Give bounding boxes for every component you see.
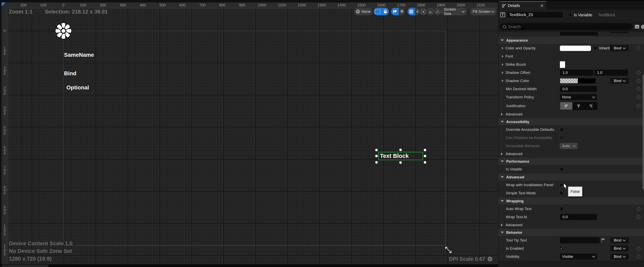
override-accessible-defaults-checkbox[interactable] (560, 128, 564, 131)
fill-screen-dropdown[interactable]: Fill Screen (470, 8, 497, 15)
dpi-settings-gear-icon[interactable] (487, 256, 493, 262)
row-min-desired-width: Min Desired Width 0.0 (498, 85, 644, 93)
widget-name-row: T Is Variable TextBlock (498, 10, 644, 22)
tab-details[interactable]: Details ✕ (499, 1, 546, 10)
display-columns-icon[interactable] (635, 25, 640, 29)
selection-handle-nw[interactable] (375, 149, 378, 151)
wrap-text-at-field[interactable]: 0.0 (560, 214, 597, 220)
animations-tab-sliver[interactable] (2, 264, 48, 267)
expand-arrow-icon[interactable] (502, 47, 504, 49)
accessible-behavior-dropdown[interactable]: Auto (560, 143, 578, 149)
ruler-tick-label: 1600 (377, 3, 386, 7)
chevron-down-icon (491, 10, 494, 13)
section-label: Appearance (506, 38, 528, 43)
align-left-icon (564, 104, 569, 108)
selection-handle-w[interactable] (375, 155, 378, 157)
ruler-tick-label: 800 (219, 3, 226, 7)
ruler-tick-label: 1900 (437, 3, 445, 7)
selected-text-block-widget[interactable]: Text Block (378, 152, 423, 160)
section-performance[interactable]: Performance (498, 158, 644, 165)
text-widget-optional[interactable]: Optional (66, 84, 89, 91)
expand-arrow-icon[interactable] (502, 72, 504, 74)
is-enabled-checkbox[interactable] (560, 247, 564, 250)
search-box[interactable] (500, 23, 632, 30)
selection-handle-s[interactable] (399, 161, 402, 164)
selection-handle-sw[interactable] (375, 161, 378, 164)
tool-tip-text-field[interactable] (560, 237, 600, 243)
localize-flag-icon[interactable] (601, 238, 605, 242)
localization-value: None (362, 9, 370, 14)
collapse-arrow-icon (501, 176, 504, 178)
section-wrapping[interactable]: Wrapping (498, 197, 644, 205)
bind-dropdown[interactable]: Bind (610, 45, 629, 51)
section-advanced[interactable]: Advanced (498, 173, 644, 181)
text-widget-bind[interactable]: Bind (64, 70, 76, 77)
justify-center-button[interactable] (572, 102, 585, 110)
ruler-tick-label: 100 (40, 3, 46, 7)
section-accessibility[interactable]: Accessibility (498, 118, 644, 126)
bind-dropdown[interactable]: Bind (610, 237, 629, 243)
ruler-tick-label: 600 (179, 3, 186, 7)
bind-dropdown[interactable]: Bind (610, 78, 629, 84)
section-appearance[interactable]: Appearance (498, 37, 644, 44)
auto-wrap-text-checkbox[interactable] (560, 207, 564, 211)
grid-snap-toggle[interactable] (408, 8, 415, 15)
show-outlines-toggle[interactable] (374, 8, 381, 15)
widget-name-input[interactable] (506, 12, 563, 18)
grid-snap-size: 4 (416, 9, 418, 14)
simple-text-mode-checkbox[interactable] (560, 191, 564, 195)
justify-right-button[interactable] (585, 102, 597, 110)
clipped-property-row (498, 32, 644, 37)
close-icon[interactable]: ✕ (540, 4, 544, 8)
appearance-advanced-expander[interactable]: Advanced (498, 111, 644, 118)
selection-handle-n[interactable] (399, 149, 402, 151)
is-volatile-checkbox[interactable] (560, 167, 564, 171)
wrapping-advanced-expander[interactable]: Advanced (498, 221, 644, 229)
flip-preview-button[interactable] (434, 8, 442, 15)
section-label: Performance (506, 159, 529, 164)
inherit-checkbox[interactable] (594, 46, 597, 50)
shadow-offset-x-field[interactable]: 1.0 (560, 70, 593, 76)
justify-left-button[interactable] (560, 102, 572, 110)
accessibility-advanced-expander[interactable]: Advanced (498, 150, 644, 158)
screen-size-dropdown[interactable]: Screen Size (441, 8, 467, 15)
section-behavior[interactable]: Behavior (498, 229, 644, 236)
selection-handle-ne[interactable] (424, 149, 426, 151)
asterisk-shape[interactable] (55, 22, 72, 40)
strike-brush-swatch[interactable] (560, 61, 565, 68)
shadow-offset-y-field[interactable]: 1.0 (594, 70, 628, 76)
chevron-down-icon (623, 255, 626, 258)
expand-arrow-icon[interactable] (502, 55, 504, 58)
grid-snap-group: 4 (408, 8, 420, 15)
color-swatch[interactable] (560, 46, 591, 51)
scrollbar-thumb[interactable] (642, 75, 644, 189)
lock-widgets-toggle[interactable] (381, 8, 389, 15)
expand-arrow-icon[interactable] (502, 63, 504, 66)
ruler-tick-label: 1000 (258, 3, 266, 7)
marquee-select-button[interactable] (420, 8, 427, 15)
bind-dropdown[interactable]: Bind (610, 253, 629, 260)
advanced-label: Advanced (506, 152, 522, 156)
min-desired-width-field[interactable]: 0.0 (560, 86, 597, 92)
preview-background-button[interactable] (427, 8, 434, 15)
ruler-tick-label: 500 (160, 3, 166, 7)
bind-dropdown[interactable]: Bind (610, 245, 629, 252)
shadow-color-swatch[interactable] (560, 78, 596, 83)
can-children-be-accessible-checkbox[interactable] (560, 136, 564, 140)
is-variable-checkbox[interactable] (568, 13, 572, 17)
is-variable-label: Is Variable (574, 13, 592, 17)
row-override-accessible-defaults: Override Accessible Defaults (498, 126, 644, 134)
settings-gear-icon[interactable] (640, 25, 644, 29)
ruler-tick-label: 300 (2, 86, 6, 95)
expand-arrow-icon[interactable] (502, 80, 504, 82)
selection-handle-e[interactable] (424, 155, 426, 157)
layout-mode-toggle[interactable] (391, 8, 399, 15)
search-input[interactable] (508, 24, 620, 29)
selection-handle-se[interactable] (424, 161, 426, 164)
text-widget-samename[interactable]: SameName (64, 52, 94, 58)
transform-policy-dropdown[interactable]: None (560, 94, 597, 100)
visibility-dropdown[interactable]: Visible (560, 254, 597, 260)
layout-icon (393, 10, 397, 13)
inherit-label: Inherit (599, 46, 610, 50)
localization-preview-button[interactable]: None (354, 8, 372, 15)
